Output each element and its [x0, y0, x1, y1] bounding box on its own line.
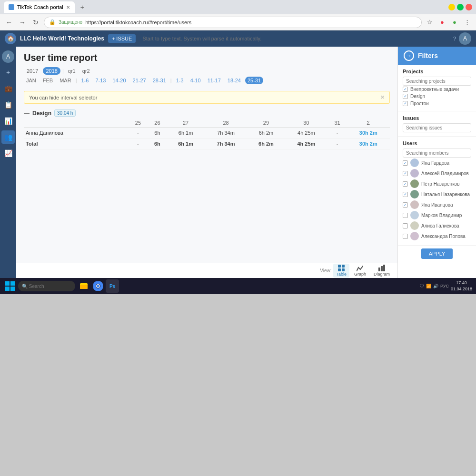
table-view-icon: [338, 265, 345, 271]
range-21-27-btn[interactable]: 21-27: [130, 77, 149, 84]
user-item-6[interactable]: Алиса Галиекова: [403, 220, 471, 231]
project-checkbox-1[interactable]: [403, 87, 408, 92]
projects-search[interactable]: [403, 77, 471, 86]
taskbar-clock: 17:40 01.04.2018: [451, 280, 472, 292]
issues-search[interactable]: [403, 123, 471, 132]
tab-close-btn[interactable]: ✕: [66, 5, 70, 10]
project-checkbox-2[interactable]: [403, 94, 408, 99]
user-checkbox-7[interactable]: [403, 234, 408, 239]
users-search[interactable]: [403, 149, 471, 158]
menu-btn[interactable]: ⋮: [462, 17, 472, 28]
user-item-2[interactable]: Пётр Назаренков: [403, 178, 471, 189]
user-item-3[interactable]: Наталья Назаренкова: [403, 189, 471, 199]
month-mar-btn[interactable]: MAR: [57, 77, 73, 84]
dash-icon4: -: [337, 141, 338, 147]
col-25: 25: [129, 119, 148, 128]
sidebar-item-add[interactable]: +: [1, 66, 15, 79]
view-diagram-btn[interactable]: Diagram: [371, 264, 393, 278]
topnav-search[interactable]: [139, 35, 449, 42]
range-28-31-btn[interactable]: 28-31: [150, 77, 169, 84]
project-item-1[interactable]: Внепроектные задачи: [403, 86, 471, 93]
systray-volume: 🔊: [433, 284, 438, 288]
range-1-6-btn[interactable]: 1-6: [79, 77, 91, 84]
projects-label: Projects: [403, 69, 471, 74]
view-table-btn[interactable]: Table: [333, 264, 349, 278]
range-1-3-btn[interactable]: 1-3: [174, 77, 186, 84]
taskbar-search[interactable]: [18, 281, 75, 291]
sidebar-item-clipboard[interactable]: 📋: [1, 98, 15, 111]
sidebar-avatar[interactable]: A: [2, 50, 14, 63]
issue-btn[interactable]: + ISSUE: [108, 34, 136, 43]
user-item-0[interactable]: Яна Гардова: [403, 158, 471, 168]
taskbar-apps: Ps: [77, 279, 418, 293]
user-avatar-0: [410, 159, 419, 167]
range-4-10-btn[interactable]: 4-10: [188, 77, 203, 84]
quarter-1-btn[interactable]: qr1: [66, 67, 78, 75]
url-text: https://portal.tiktokcoach.ru/#report/ti…: [85, 20, 191, 25]
user-checkbox-4[interactable]: [403, 202, 408, 208]
sidebar-item-trending[interactable]: 📈: [1, 147, 15, 160]
range-14-20-btn[interactable]: 14-20: [110, 77, 128, 84]
taskbar-app-ps[interactable]: Ps: [106, 279, 119, 293]
issues-label: Issues: [403, 115, 471, 121]
tab-favicon: [9, 4, 14, 10]
filter-arrow-btn[interactable]: →: [404, 50, 414, 61]
user-checkbox-3[interactable]: [403, 192, 408, 197]
project-item-3[interactable]: Простои: [403, 100, 471, 107]
sidebar-item-briefcase[interactable]: 💼: [1, 82, 15, 95]
cell-29: 6h 2m: [248, 128, 285, 139]
addon-btn[interactable]: ●: [437, 17, 447, 28]
range-18-24-btn[interactable]: 18-24: [225, 77, 243, 84]
browser-tab[interactable]: TikTok Coach portal ✕: [4, 1, 75, 13]
apply-btn[interactable]: APPLY: [421, 248, 453, 259]
addon-btn2[interactable]: ●: [449, 17, 460, 28]
star-btn[interactable]: ☆: [425, 17, 435, 28]
minimize-btn[interactable]: [448, 4, 455, 10]
close-btn[interactable]: [466, 4, 472, 10]
start-btn[interactable]: [4, 280, 16, 292]
address-box[interactable]: 🔒 Защищено https://portal.tiktokcoach.ru…: [44, 17, 422, 28]
range-25-31-btn[interactable]: 25-31: [245, 77, 263, 84]
user-checkbox-0[interactable]: [403, 160, 408, 166]
user-name-6: Алиса Галиекова: [421, 223, 459, 228]
quarter-2-btn[interactable]: qr2: [80, 67, 92, 75]
group-toggle-btn[interactable]: —: [24, 110, 30, 117]
user-item-4[interactable]: Яна Иванцова: [403, 199, 471, 210]
year-2018-btn[interactable]: 2018: [43, 67, 60, 75]
sidebar-item-users[interactable]: 👥: [1, 130, 15, 144]
forward-btn[interactable]: →: [17, 17, 28, 28]
user-checkbox-5[interactable]: [403, 213, 408, 218]
app-container: 🏠 LLC Hello World! Technologies + ISSUE …: [0, 30, 476, 278]
cell-30: 4h 25m: [285, 128, 327, 139]
year-2017-btn[interactable]: 2017: [24, 67, 41, 75]
taskbar-app-chrome[interactable]: [91, 279, 105, 293]
banner-close-btn[interactable]: ✕: [380, 94, 385, 100]
page-title: User time report: [24, 52, 390, 63]
group-header: — Design 30.04 h: [24, 109, 390, 117]
user-checkbox-2[interactable]: [403, 181, 408, 187]
back-btn[interactable]: ←: [4, 17, 14, 28]
taskbar-app-explorer[interactable]: [77, 279, 90, 293]
user-avatar[interactable]: A: [459, 32, 471, 45]
range-7-13-btn[interactable]: 7-13: [93, 77, 108, 84]
col-28: 28: [204, 119, 247, 128]
sidebar-item-chart[interactable]: 📊: [1, 114, 15, 128]
month-jan-btn[interactable]: JAN: [24, 77, 39, 84]
month-feb-btn[interactable]: FEB: [40, 77, 55, 84]
user-item-7[interactable]: Александра Попова: [403, 231, 471, 241]
project-item-2[interactable]: Design: [403, 93, 471, 100]
col-27: 27: [167, 119, 204, 128]
user-item-5[interactable]: Марков Владимир: [403, 210, 471, 220]
maximize-btn[interactable]: [457, 4, 464, 10]
help-btn[interactable]: ?: [453, 36, 456, 41]
user-avatar-6: [410, 221, 419, 230]
user-item-1[interactable]: Алексей Владимиров: [403, 168, 471, 178]
project-checkbox-3[interactable]: [403, 101, 408, 106]
view-graph-btn[interactable]: Graph: [351, 264, 369, 278]
refresh-btn[interactable]: ↻: [30, 17, 41, 28]
user-checkbox-6[interactable]: [403, 223, 408, 228]
user-checkbox-1[interactable]: [403, 171, 408, 176]
range-11-17-btn[interactable]: 11-17: [205, 77, 223, 84]
company-name: LLC Hello World! Technologies: [20, 35, 104, 42]
new-tab-btn[interactable]: +: [77, 1, 88, 13]
